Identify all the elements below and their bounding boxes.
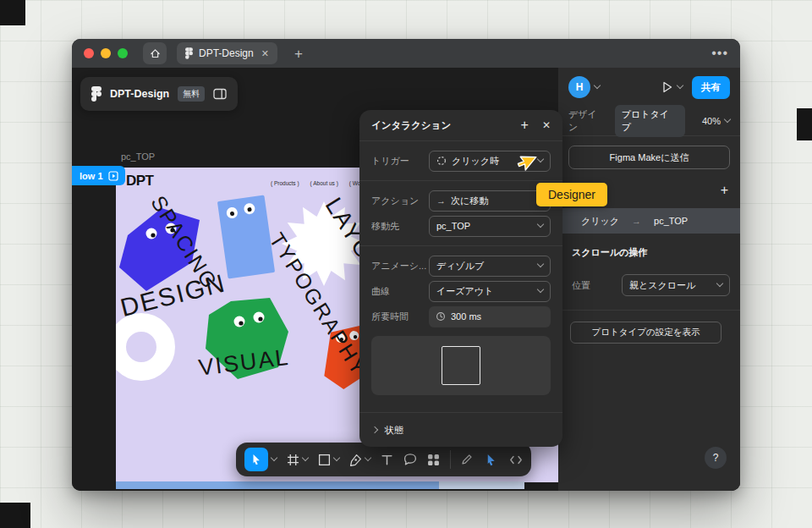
- comment-tool-icon[interactable]: [403, 453, 417, 466]
- actions-tool-icon[interactable]: [427, 454, 440, 466]
- share-button[interactable]: 共有: [692, 76, 730, 99]
- dev-mode-code-icon[interactable]: [509, 454, 523, 465]
- figma-logo-icon: [91, 86, 102, 102]
- chevron-down-icon: [537, 156, 544, 162]
- frame-tool-icon[interactable]: [287, 454, 299, 466]
- light-blue-rect-shape: [217, 195, 275, 279]
- chevron-down-icon: [716, 280, 723, 287]
- nav-link-about: ( About us ): [310, 180, 338, 186]
- rectangle-tool-icon[interactable]: [318, 454, 331, 466]
- action-label: アクション: [371, 195, 429, 207]
- action-select[interactable]: → 次に移動: [429, 190, 551, 212]
- zoom-control[interactable]: 40%: [702, 116, 730, 126]
- duration-row: 所要時間 300 ms: [371, 304, 551, 329]
- collaborator-cursor: [518, 153, 536, 177]
- pen-tool-icon[interactable]: [349, 454, 362, 466]
- chevron-down-icon[interactable]: [594, 82, 601, 89]
- canvas-toolbar: [236, 443, 531, 476]
- add-interaction-icon[interactable]: +: [721, 184, 728, 197]
- artboard-nav: ( Products ) ( About us ) ( Works ): [271, 180, 371, 186]
- position-label: 位置: [572, 279, 590, 292]
- chevron-down-icon[interactable]: [271, 454, 277, 461]
- desktop-accent-square: [0, 503, 30, 528]
- chevron-down-icon[interactable]: [365, 454, 371, 461]
- new-tab-button[interactable]: +: [294, 47, 303, 61]
- animation-preview[interactable]: [371, 336, 551, 395]
- browser-tab-bar: DPT-Design ✕ + •••: [72, 39, 740, 68]
- chevron-down-icon[interactable]: [677, 82, 683, 89]
- interaction-panel-title: インタラクション: [371, 119, 521, 132]
- text-tool-icon[interactable]: [381, 454, 393, 466]
- duration-input[interactable]: 300 ms: [429, 306, 551, 327]
- frame-tool-group: [287, 454, 308, 466]
- annotate-pencil-icon[interactable]: [461, 454, 473, 465]
- neighbor-frame-edge: [116, 481, 439, 489]
- frame-name-label[interactable]: pc_TOP: [121, 151, 155, 162]
- artboard-logo: DPT: [126, 173, 154, 190]
- tab-prototype[interactable]: プロトタイプ: [615, 105, 685, 137]
- browser-tab[interactable]: DPT-Design ✕: [177, 42, 277, 64]
- sidebar-toggle-icon[interactable]: [213, 88, 227, 100]
- figma-window: DPT-Design ✕ + ••• pc_TOP DPT ( Products…: [72, 39, 740, 491]
- home-icon: [150, 48, 161, 59]
- move-tool-group: [244, 448, 277, 471]
- chevron-down-icon: [724, 116, 731, 123]
- curve-select[interactable]: イーズアウト: [429, 281, 551, 302]
- position-select[interactable]: 親とスクロール: [622, 274, 730, 296]
- destination-row: 移動先 pc_TOP: [371, 213, 551, 239]
- browser-menu-icon[interactable]: •••: [711, 46, 728, 61]
- animation-label: アニメーシ...: [371, 260, 429, 272]
- chevron-right-icon: [371, 426, 378, 433]
- tab-design[interactable]: デザイン: [568, 108, 606, 134]
- figma-make-button[interactable]: Figma Makeに送信: [568, 146, 730, 169]
- dev-inspect-cursor-icon[interactable]: [485, 454, 497, 466]
- interaction-row[interactable]: クリック → pc_TOP: [558, 208, 740, 234]
- trigger-label: トリガー: [371, 155, 429, 168]
- chevron-down-icon: [537, 221, 544, 228]
- animation-select[interactable]: ディゾルブ: [429, 256, 551, 277]
- close-icon[interactable]: ✕: [542, 119, 551, 131]
- prototype-settings-button[interactable]: プロトタイプの設定を表示: [570, 322, 721, 344]
- help-button[interactable]: ?: [705, 447, 727, 469]
- present-play-icon[interactable]: [661, 80, 673, 94]
- zoom-window-button[interactable]: [118, 48, 128, 58]
- scroll-section-title: スクロールの操作: [558, 234, 740, 271]
- plan-badge: 無料: [178, 86, 205, 102]
- file-menu-pill[interactable]: DPT-Design 無料: [80, 77, 238, 111]
- flow-play-icon: [108, 171, 118, 181]
- curve-row: 曲線 イーズアウト: [371, 278, 551, 304]
- minimize-window-button[interactable]: [101, 48, 111, 58]
- curve-label: 曲線: [371, 285, 429, 298]
- neighbor-frame-edge: [439, 481, 524, 489]
- interaction-target: pc_TOP: [654, 216, 688, 226]
- file-name: DPT-Design: [110, 88, 169, 100]
- destination-label: 移動先: [371, 220, 429, 233]
- desktop-accent-square: [0, 0, 25, 25]
- move-tool-button[interactable]: [244, 448, 268, 471]
- chevron-down-icon[interactable]: [333, 454, 340, 461]
- tab-title: DPT-Design: [199, 47, 254, 59]
- panel-top-row: H 共有: [558, 68, 740, 107]
- user-avatar[interactable]: H: [568, 76, 590, 98]
- figma-logo-icon: [185, 47, 193, 59]
- shape-tool-group: [318, 454, 339, 466]
- preview-frame-thumbnail: [442, 346, 480, 385]
- state-section[interactable]: 状態: [359, 413, 562, 447]
- close-window-button[interactable]: [84, 48, 94, 58]
- click-trigger-icon: [436, 156, 447, 166]
- add-icon[interactable]: +: [521, 118, 529, 132]
- action-row: アクション → 次に移動: [371, 188, 551, 213]
- destination-select[interactable]: pc_TOP: [429, 216, 551, 237]
- chevron-down-icon: [537, 286, 544, 293]
- close-tab-icon[interactable]: ✕: [261, 49, 269, 58]
- chevron-down-icon[interactable]: [302, 454, 309, 461]
- action-section: アクション → 次に移動 移動先 pc_TOP: [359, 181, 562, 245]
- collaborator-name-label: Designer: [536, 183, 607, 206]
- home-tab-button[interactable]: [143, 42, 167, 64]
- animation-row: アニメーシ... ディゾルブ: [371, 253, 551, 278]
- donut-shape: [116, 313, 175, 381]
- flow-start-badge[interactable]: low 1: [72, 166, 125, 185]
- interaction-panel-header: インタラクション + ✕: [359, 110, 562, 140]
- cursor-icon: [250, 454, 262, 465]
- panel-tabs: デザイン プロトタイプ 40%: [558, 107, 740, 135]
